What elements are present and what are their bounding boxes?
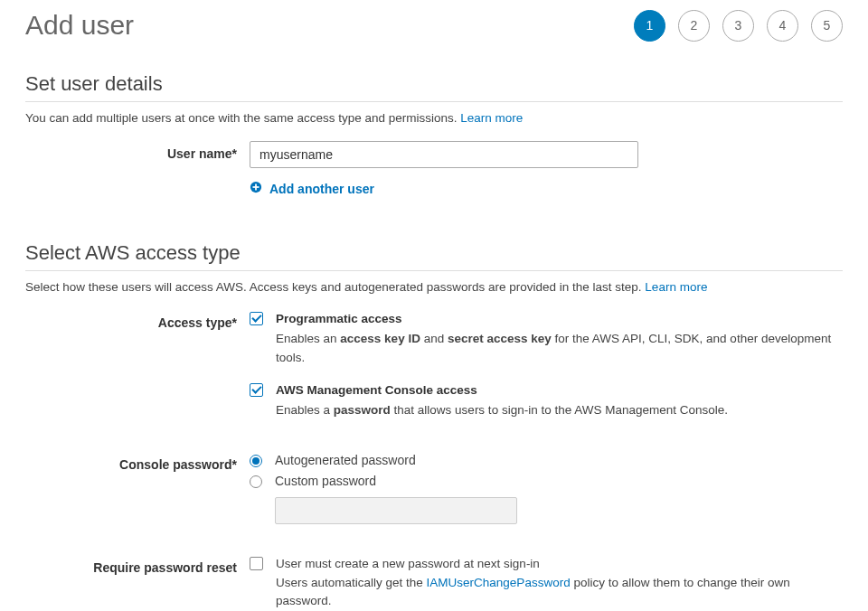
svg-rect-2 — [253, 186, 259, 188]
iam-policy-link[interactable]: IAMUserChangePassword — [427, 576, 571, 589]
custom-password-radio[interactable] — [250, 475, 262, 488]
learn-more-link-user-details[interactable]: Learn more — [460, 111, 523, 125]
custom-password-input — [275, 497, 517, 524]
pa-desc-pre: Enables an — [276, 332, 340, 345]
section-user-details-heading: Set user details — [25, 72, 843, 102]
autogenerated-password-label: Autogenerated password — [275, 453, 416, 467]
console-access-text: AWS Management Console access Enables a … — [276, 381, 843, 420]
custom-password-label: Custom password — [275, 474, 376, 488]
programmatic-access-title: Programmatic access — [276, 310, 843, 328]
ca-desc-pre: Enables a — [276, 403, 334, 417]
reset-line1: User must create a new password at next … — [276, 557, 540, 570]
programmatic-access-checkbox[interactable] — [250, 312, 263, 325]
step-3[interactable]: 3 — [722, 10, 754, 42]
autogenerated-password-radio[interactable] — [250, 455, 262, 467]
add-another-user-label: Add another user — [269, 182, 374, 196]
section-access-type-desc: Select how these users will access AWS. … — [25, 280, 843, 294]
console-access-title: AWS Management Console access — [276, 381, 843, 400]
add-another-user-link[interactable]: Add another user — [250, 181, 374, 196]
pa-mid: and — [420, 332, 448, 345]
ca-desc-post: that allows users to sign-in to the AWS … — [391, 403, 728, 417]
step-4[interactable]: 4 — [767, 10, 798, 42]
user-name-input[interactable] — [250, 141, 638, 168]
console-access-checkbox[interactable] — [250, 383, 263, 397]
require-password-reset-text: User must create a new password at next … — [276, 555, 843, 610]
require-password-reset-checkbox[interactable] — [250, 557, 263, 570]
plus-circle-icon — [250, 181, 262, 196]
reset-line2-pre: Users automatically get the — [276, 576, 427, 589]
wizard-steps: 1 2 3 4 5 — [634, 10, 843, 42]
step-1[interactable]: 1 — [634, 10, 665, 42]
programmatic-access-text: Programmatic access Enables an access ke… — [276, 310, 843, 367]
access-type-label: Access type* — [25, 310, 250, 330]
user-name-label: User name* — [25, 141, 250, 161]
section-user-details-desc: You can add multiple users at once with … — [25, 111, 843, 125]
page-title: Add user — [25, 9, 134, 42]
require-password-reset-label: Require password reset — [25, 555, 250, 575]
access-type-desc-text: Select how these users will access AWS. … — [25, 280, 645, 294]
user-details-desc-text: You can add multiple users at once with … — [25, 111, 460, 125]
ca-bold1: password — [334, 403, 391, 417]
pa-bold2: secret access key — [448, 332, 552, 345]
step-2[interactable]: 2 — [678, 10, 710, 42]
console-password-label: Console password* — [25, 452, 250, 472]
learn-more-link-access-type[interactable]: Learn more — [645, 280, 707, 294]
step-5[interactable]: 5 — [811, 10, 843, 42]
section-access-type-heading: Select AWS access type — [25, 241, 843, 271]
pa-bold1: access key ID — [340, 332, 420, 345]
